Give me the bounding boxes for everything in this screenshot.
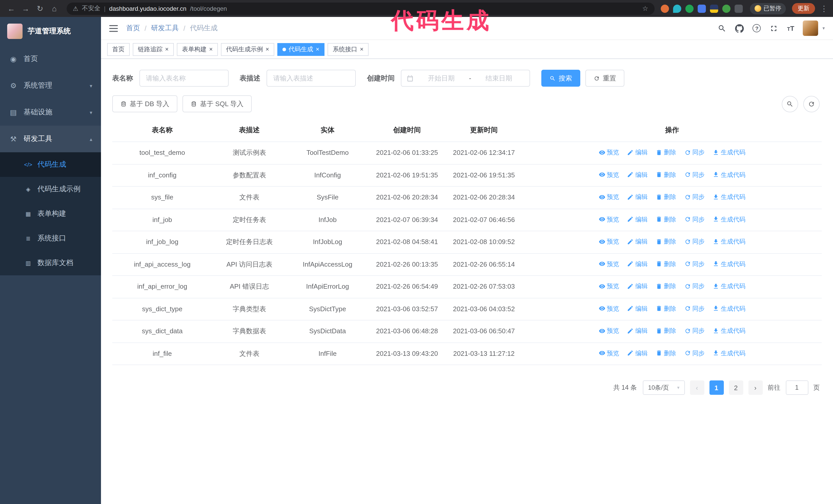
preview-link[interactable]: 预览 xyxy=(599,236,619,247)
edit-link[interactable]: 编辑 xyxy=(627,192,648,202)
hamburger-icon[interactable] xyxy=(109,24,118,32)
sidebar-item-form-builder[interactable]: ▦ 表单构建 xyxy=(0,201,101,226)
tab-home[interactable]: 首页 xyxy=(107,43,130,56)
sidebar-item-codegen[interactable]: </> 代码生成 xyxy=(0,152,101,177)
preview-link[interactable]: 预览 xyxy=(599,214,619,224)
page-button-2[interactable]: 2 xyxy=(729,380,743,395)
edit-link[interactable]: 编辑 xyxy=(627,236,648,247)
extension-icon-2[interactable] xyxy=(673,4,681,13)
sidebar-item-system[interactable]: ⚙ 系统管理 ▾ xyxy=(0,72,101,99)
avatar-caret-icon[interactable]: ▾ xyxy=(823,26,825,31)
extension-icon-4[interactable] xyxy=(697,4,706,13)
sync-link[interactable]: 同步 xyxy=(684,236,705,247)
delete-link[interactable]: 删除 xyxy=(656,281,676,291)
delete-link[interactable]: 删除 xyxy=(656,348,676,358)
preview-link[interactable]: 预览 xyxy=(599,303,619,314)
generate-code-link[interactable]: 生成代码 xyxy=(713,303,745,314)
sync-link[interactable]: 同步 xyxy=(684,147,705,158)
generate-code-link[interactable]: 生成代码 xyxy=(713,169,745,180)
preview-link[interactable]: 预览 xyxy=(599,169,619,180)
delete-link[interactable]: 删除 xyxy=(656,147,676,158)
github-icon[interactable] xyxy=(735,24,744,32)
edit-link[interactable]: 编辑 xyxy=(627,348,648,358)
sidebar-item-infra[interactable]: ▤ 基础设施 ▾ xyxy=(0,99,101,126)
import-sql-button[interactable]: 基于 SQL 导入 xyxy=(183,95,252,112)
delete-link[interactable]: 删除 xyxy=(656,259,676,269)
import-db-button[interactable]: 基于 DB 导入 xyxy=(112,95,177,112)
table-name-input[interactable] xyxy=(139,70,229,87)
delete-link[interactable]: 删除 xyxy=(656,236,676,247)
extension-icon-1[interactable] xyxy=(661,4,669,13)
delete-link[interactable]: 删除 xyxy=(656,303,676,314)
edit-link[interactable]: 编辑 xyxy=(627,303,648,314)
close-icon[interactable]: × xyxy=(316,46,319,52)
delete-link[interactable]: 删除 xyxy=(656,214,676,224)
address-bar[interactable]: ⚠ 不安全 | dashboard.yudao.iocoder.cn /tool… xyxy=(67,2,654,15)
generate-code-link[interactable]: 生成代码 xyxy=(713,259,745,269)
sync-link[interactable]: 同步 xyxy=(684,259,705,269)
generate-code-link[interactable]: 生成代码 xyxy=(713,326,745,336)
avatar[interactable] xyxy=(803,21,818,36)
sync-link[interactable]: 同步 xyxy=(684,326,705,336)
preview-link[interactable]: 预览 xyxy=(599,348,619,358)
tab-system-api[interactable]: 系统接口 × xyxy=(328,43,368,56)
sync-link[interactable]: 同步 xyxy=(684,303,705,314)
tab-codegen[interactable]: 代码生成 × xyxy=(277,43,325,56)
delete-link[interactable]: 删除 xyxy=(656,326,676,336)
forward-icon[interactable]: → xyxy=(20,2,32,15)
sidebar-item-home[interactable]: ◉ 首页 xyxy=(0,46,101,72)
generate-code-link[interactable]: 生成代码 xyxy=(713,348,745,358)
close-icon[interactable]: × xyxy=(165,46,169,52)
goto-page-input[interactable] xyxy=(786,380,808,395)
delete-link[interactable]: 删除 xyxy=(656,192,676,202)
edit-link[interactable]: 编辑 xyxy=(627,214,648,224)
tab-form-builder[interactable]: 表单构建 × xyxy=(177,43,218,56)
preview-link[interactable]: 预览 xyxy=(599,192,619,202)
generate-code-link[interactable]: 生成代码 xyxy=(713,281,745,291)
page-button-1[interactable]: 1 xyxy=(709,380,723,395)
delete-link[interactable]: 删除 xyxy=(656,169,676,180)
browser-menu-icon[interactable]: ⋮ xyxy=(820,4,828,13)
font-size-icon[interactable]: TT xyxy=(787,24,794,32)
table-desc-input[interactable] xyxy=(266,70,356,87)
help-icon[interactable]: ? xyxy=(753,24,761,32)
edit-link[interactable]: 编辑 xyxy=(627,326,648,336)
toggle-search-button[interactable] xyxy=(782,96,798,112)
edit-link[interactable]: 编辑 xyxy=(627,259,648,269)
reload-icon[interactable]: ↻ xyxy=(34,2,46,15)
generate-code-link[interactable]: 生成代码 xyxy=(713,192,745,202)
refresh-table-button[interactable] xyxy=(803,96,820,112)
puzzle-icon[interactable] xyxy=(734,4,742,13)
back-icon[interactable]: ← xyxy=(5,2,18,15)
sync-link[interactable]: 同步 xyxy=(684,281,705,291)
search-icon[interactable] xyxy=(718,24,727,32)
extension-icon-6[interactable] xyxy=(722,4,730,13)
sync-link[interactable]: 同步 xyxy=(684,348,705,358)
fullscreen-icon[interactable] xyxy=(770,24,779,32)
generate-code-link[interactable]: 生成代码 xyxy=(713,147,745,158)
tab-codegen-demo[interactable]: 代码生成示例 × xyxy=(221,43,274,56)
sync-link[interactable]: 同步 xyxy=(684,192,705,202)
bookmark-star-icon[interactable]: ☆ xyxy=(642,5,648,12)
reset-button[interactable]: 重置 xyxy=(586,70,624,87)
generate-code-link[interactable]: 生成代码 xyxy=(713,236,745,247)
generate-code-link[interactable]: 生成代码 xyxy=(713,214,745,224)
paused-badge[interactable]: 已暂停 xyxy=(750,3,786,14)
page-size-select[interactable]: 10条/页 ▾ xyxy=(643,380,685,395)
edit-link[interactable]: 编辑 xyxy=(627,147,648,158)
sidebar-item-db-docs[interactable]: ▥ 数据库文档 xyxy=(0,251,101,275)
sync-link[interactable]: 同步 xyxy=(684,169,705,180)
chrome-update-button[interactable]: 更新 xyxy=(792,3,815,14)
prev-page-button[interactable]: ‹ xyxy=(690,380,704,395)
close-icon[interactable]: × xyxy=(360,46,363,52)
edit-link[interactable]: 编辑 xyxy=(627,169,648,180)
sync-link[interactable]: 同步 xyxy=(684,214,705,224)
breadcrumb-devtools[interactable]: 研发工具 xyxy=(151,24,179,33)
search-button[interactable]: 搜索 xyxy=(541,70,580,87)
preview-link[interactable]: 预览 xyxy=(599,147,619,158)
home-icon[interactable]: ⌂ xyxy=(48,2,61,15)
sidebar-item-devtools[interactable]: ⚒ 研发工具 ▴ xyxy=(0,126,101,152)
edit-link[interactable]: 编辑 xyxy=(627,281,648,291)
extension-icon-3[interactable] xyxy=(685,4,693,13)
preview-link[interactable]: 预览 xyxy=(599,259,619,269)
